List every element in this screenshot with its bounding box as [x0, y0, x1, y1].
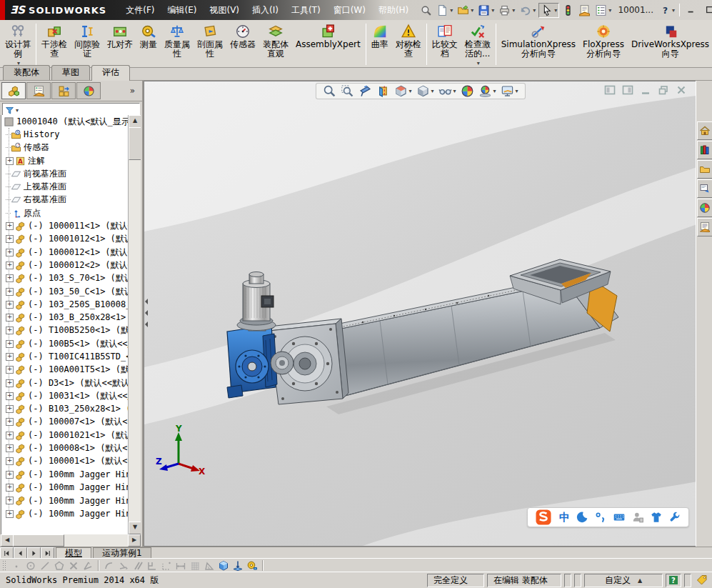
- cm-check-active-button[interactable]: 检查激活的...▾: [461, 21, 494, 67]
- cm-interference-button[interactable]: 干涉检查: [38, 21, 71, 67]
- pane-tab-display-mgr[interactable]: [76, 82, 101, 99]
- menu-item[interactable]: 文件(F): [119, 2, 161, 19]
- props-button[interactable]: [577, 4, 592, 17]
- sk-grid-button[interactable]: [188, 559, 202, 572]
- tree-item[interactable]: +(-) 103_B_250x28<1> (默: [1, 311, 141, 324]
- hide-show-button[interactable]: ▾: [438, 84, 456, 98]
- tree-item[interactable]: 上视基准面: [1, 180, 141, 193]
- ribbon-tab-2[interactable]: 草图: [51, 65, 90, 80]
- tree-item[interactable]: +(-) 100B5<1> (默认<<默认: [1, 337, 141, 350]
- cm-symmetry-button[interactable]: 对称检查: [392, 21, 425, 67]
- dropdown-icon[interactable]: ▾: [554, 7, 557, 14]
- tree-item[interactable]: 前视基准面: [1, 167, 141, 180]
- task-pane-view-palette-tab[interactable]: [697, 179, 712, 198]
- options-button[interactable]: ▾: [593, 4, 613, 17]
- nav-prev-button[interactable]: [14, 547, 27, 559]
- task-pane-custom-props-tab[interactable]: [697, 218, 712, 236]
- sk-points-button[interactable]: [159, 559, 174, 572]
- tree-item[interactable]: +(-) 100007<1> (默认<<默: [1, 416, 141, 429]
- dropdown-icon[interactable]: ▾: [477, 59, 480, 68]
- pane-tab-feature-tree[interactable]: [1, 82, 26, 99]
- task-pane-home-tab[interactable]: [697, 121, 712, 140]
- menu-item[interactable]: 视图(V): [203, 2, 246, 19]
- tree-item[interactable]: History: [1, 128, 141, 141]
- sk-dim-button[interactable]: [174, 559, 188, 572]
- tag-button[interactable]: [694, 574, 710, 587]
- dropdown-icon[interactable]: ▾: [431, 88, 433, 94]
- expand-icon[interactable]: +: [6, 249, 14, 256]
- menu-item[interactable]: 编辑(E): [161, 2, 204, 19]
- expand-icon[interactable]: +: [6, 457, 14, 465]
- window-max-button[interactable]: [701, 4, 712, 16]
- doc-button[interactable]: ▾: [435, 4, 454, 17]
- menu-item[interactable]: 工具(T): [285, 2, 327, 19]
- apply-scene-button[interactable]: ▾: [478, 84, 496, 98]
- pane-tab-overflow[interactable]: »: [124, 86, 141, 96]
- cm-design-study-button[interactable]: 设计算例▾: [1, 21, 34, 67]
- tree-item[interactable]: +(-) 10001012<1> (默认<<: [1, 233, 141, 246]
- tree-item[interactable]: +(-) 103_S_70<1> (默认<<: [1, 272, 141, 285]
- cm-mass-props-button[interactable]: 质量属性: [161, 21, 194, 67]
- sk-circle-button[interactable]: [24, 559, 38, 572]
- pane-tab-property-mgr[interactable]: [26, 82, 51, 99]
- cm-section-props-button[interactable]: 剖面属性: [194, 21, 226, 67]
- dropdown-icon[interactable]: ▾: [491, 7, 494, 14]
- tree-item[interactable]: 原点: [1, 206, 141, 219]
- dropdown-icon[interactable]: ▾: [471, 7, 473, 14]
- zoom-fit-button[interactable]: [322, 84, 336, 98]
- expand-icon[interactable]: +: [6, 366, 14, 374]
- task-pane-design-library-tab[interactable]: [697, 141, 712, 159]
- tree-item[interactable]: +A注解: [1, 154, 141, 167]
- dropdown-icon[interactable]: ▾: [512, 7, 515, 14]
- expand-icon[interactable]: +: [6, 497, 14, 504]
- cm-measure-button[interactable]: 测量: [136, 21, 161, 67]
- expand-icon[interactable]: +: [6, 301, 14, 309]
- dropdown-icon[interactable]: ▾: [453, 88, 456, 94]
- ime-mode-toggle[interactable]: 中: [559, 511, 570, 524]
- pin-button[interactable]: [418, 4, 433, 17]
- cm-simxpress-button[interactable]: SimulationXpress分析向导: [498, 21, 579, 67]
- display-style-button[interactable]: ▾: [416, 84, 433, 98]
- scroll-right-button[interactable]: ▶: [128, 534, 141, 547]
- traffic-button[interactable]: [561, 4, 576, 17]
- ime-moon-button[interactable]: [576, 511, 588, 524]
- ribbon-tab-3[interactable]: 评估: [91, 65, 130, 81]
- viewport-restore-button[interactable]: [657, 84, 670, 96]
- sk-converge-button[interactable]: [116, 559, 131, 572]
- filter-dropdown-icon[interactable]: ▾: [16, 107, 19, 114]
- cursor-button[interactable]: ▾: [538, 3, 559, 18]
- expand-icon[interactable]: +: [6, 510, 14, 518]
- expand-icon[interactable]: +: [6, 235, 14, 243]
- cm-clearance-button[interactable]: 间隙验证: [71, 21, 104, 67]
- sk-angle-button[interactable]: [81, 559, 95, 572]
- viewport-minimize-button[interactable]: [639, 84, 652, 96]
- expand-icon[interactable]: +: [6, 392, 14, 400]
- tree-item[interactable]: +(-) 10001021<1> (默认<<: [1, 429, 141, 442]
- tree-item[interactable]: 传感器: [1, 141, 141, 154]
- graphics-viewport[interactable]: ▾▾▾▾▾ Y X Z 中: [144, 81, 696, 547]
- expand-icon[interactable]: +: [6, 353, 14, 361]
- tree-item[interactable]: 右视基准面: [1, 194, 141, 206]
- menu-item[interactable]: 插入(I): [246, 2, 285, 19]
- sk-point-button[interactable]: [9, 559, 24, 572]
- tree-item[interactable]: +(-) 1000011<1> (默认<<默: [1, 219, 141, 232]
- expand-icon[interactable]: +: [6, 379, 14, 387]
- nav-first-button[interactable]: [0, 547, 14, 559]
- tree-item[interactable]: +(-) T100B5250<1> (默认<: [1, 324, 141, 337]
- tree-vertical-scrollbar[interactable]: ▲ ▼: [128, 115, 141, 534]
- iso-cube-button[interactable]: [216, 559, 231, 572]
- ime-wrench-button[interactable]: [668, 511, 681, 524]
- section-view-button[interactable]: [376, 84, 389, 98]
- sk-angle2-button[interactable]: [202, 559, 216, 572]
- sk-line-button[interactable]: [38, 559, 52, 572]
- sk-perp-button[interactable]: [145, 559, 159, 572]
- cm-sensor-button[interactable]: 传感器: [226, 21, 259, 67]
- tree-item[interactable]: +(-) 103_50_C<1> (默认<<: [1, 285, 141, 298]
- expand-icon[interactable]: +: [6, 418, 14, 426]
- tree-item[interactable]: +(-) B103_250x28<1> (默认: [1, 403, 141, 416]
- cm-driveworks-button[interactable]: DriveWorksXpress向导: [628, 21, 712, 67]
- sk-polygon-button[interactable]: [52, 559, 66, 572]
- tree-item[interactable]: +(-) 1000012<2> (默认<<默: [1, 259, 141, 271]
- view-settings-button[interactable]: ▾: [501, 84, 518, 98]
- tree-item[interactable]: +(-) 100mm Jagger Hinge: [1, 494, 141, 507]
